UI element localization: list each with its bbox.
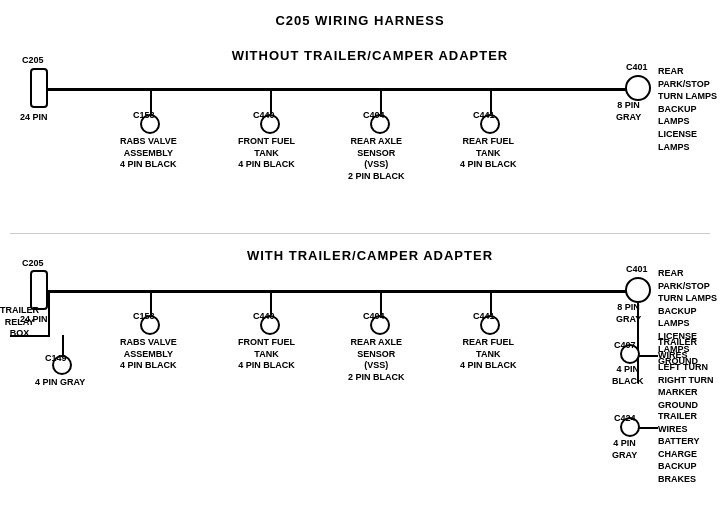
c407-hline (638, 355, 658, 357)
bottom-c158-id: C158 (133, 311, 155, 323)
top-c205-connector (30, 68, 48, 108)
top-c440-label: FRONT FUELTANK4 PIN BLACK (238, 136, 295, 171)
top-c441-label: REAR FUELTANK4 PIN BLACK (460, 136, 517, 171)
bottom-main-line (48, 290, 638, 293)
c149-label: 4 PIN GRAY (35, 377, 85, 389)
bottom-c205-id: C205 (22, 258, 44, 270)
bottom-c158-label: RABS VALVEASSEMBLY4 PIN BLACK (120, 337, 177, 372)
bottom-c205-connector (30, 270, 48, 310)
top-c401-connector (625, 75, 651, 101)
diagram-container: C205 WIRING HARNESS WITHOUT TRAILER/CAMP… (0, 0, 720, 500)
c424-hline (638, 427, 658, 429)
c407-id: C407 (614, 340, 636, 352)
bottom-c404-id: C404 (363, 311, 385, 323)
top-c401-desc: REAR PARK/STOPTURN LAMPSBACKUP LAMPSLICE… (658, 65, 720, 153)
trailer-relay-vline (48, 290, 50, 335)
top-c205-id: C205 (22, 55, 44, 67)
bottom-c441-id: C441 (473, 311, 495, 323)
c407-pin: 4 PINBLACK (612, 364, 644, 387)
bottom-c401-connector (625, 277, 651, 303)
top-main-line (48, 88, 638, 91)
top-c441-id: C441 (473, 110, 495, 122)
divider (10, 233, 710, 234)
c149-id: C149 (45, 353, 67, 365)
trailer-relay-label: TRAILERRELAYBOX (0, 305, 39, 340)
top-c404-id: C404 (363, 110, 385, 122)
top-c401-pin: 8 PINGRAY (616, 100, 641, 123)
top-c205-pin: 24 PIN (20, 112, 48, 124)
bottom-c440-label: FRONT FUELTANK4 PIN BLACK (238, 337, 295, 372)
top-c401-id: C401 (626, 62, 648, 74)
c149-vline (62, 335, 64, 355)
bottom-c404-label: REAR AXLESENSOR(VSS)2 PIN BLACK (348, 337, 405, 384)
c424-pin: 4 PINGRAY (612, 438, 637, 461)
top-section-label: WITHOUT TRAILER/CAMPER ADAPTER (90, 48, 650, 63)
c424-id: C424 (614, 413, 636, 425)
top-c440-id: C440 (253, 110, 275, 122)
bottom-c441-label: REAR FUELTANK4 PIN BLACK (460, 337, 517, 372)
c424-desc: TRAILER WIRESBATTERY CHARGEBACKUPBRAKES (658, 410, 720, 486)
c407-desc: TRAILER WIRESLEFT TURNRIGHT TURNMARKERGR… (658, 336, 720, 412)
bottom-c401-id: C401 (626, 264, 648, 276)
bottom-c440-id: C440 (253, 311, 275, 323)
bottom-section-label: WITH TRAILER/CAMPER ADAPTER (90, 248, 650, 263)
top-c158-id: C158 (133, 110, 155, 122)
page-title: C205 WIRING HARNESS (0, 5, 720, 28)
top-c404-label: REAR AXLESENSOR(VSS)2 PIN BLACK (348, 136, 405, 183)
top-c158-label: RABS VALVEASSEMBLY4 PIN BLACK (120, 136, 177, 171)
